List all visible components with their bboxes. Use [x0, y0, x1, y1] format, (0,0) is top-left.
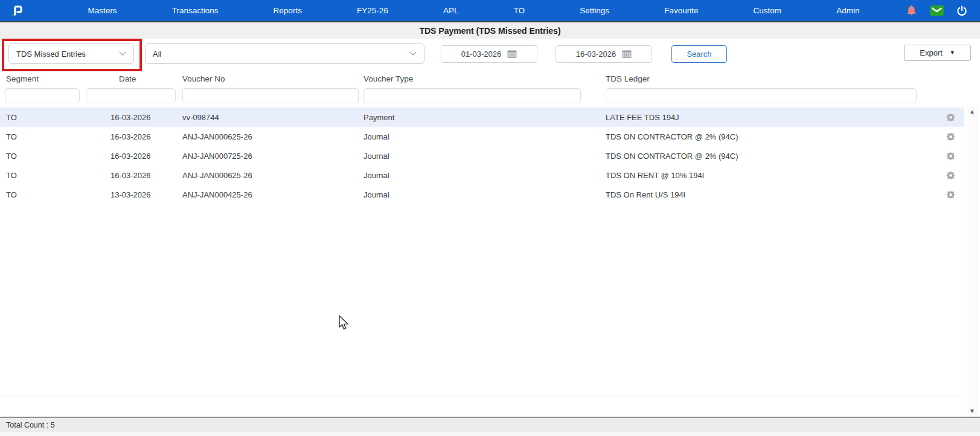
table-bottom-divider [0, 396, 964, 396]
nav-menu-item[interactable]: Admin [836, 6, 859, 15]
total-count-label: Total Count : 5 [6, 421, 55, 429]
tds-ledger-filter-input[interactable] [606, 88, 917, 103]
column-header-date: Date [119, 74, 136, 83]
date-to-field[interactable]: 16-03-2026 [556, 45, 652, 63]
scroll-down-arrow-icon[interactable]: ▼ [969, 406, 975, 417]
cell-voucher-no: ANJ-JAN000625-26 [181, 132, 362, 141]
cell-tds-ledger: TDS On Rent U/S 194I [604, 190, 937, 199]
chevron-down-icon [409, 49, 416, 56]
cell-date: 16-03-2026 [109, 132, 181, 141]
nav-menu-item[interactable]: Reports [274, 6, 302, 15]
cell-voucher-type: Journal [362, 152, 604, 161]
power-icon[interactable] [956, 5, 968, 17]
row-settings-gear-icon[interactable] [937, 132, 964, 141]
message-icon[interactable] [930, 5, 944, 16]
voucher-no-filter-input[interactable] [182, 88, 359, 103]
export-dropdown-triangle-icon: ▼ [950, 50, 955, 56]
table-filter-row [0, 87, 964, 107]
cell-date: 13-03-2026 [109, 190, 181, 199]
table-row[interactable]: TO 16-03-2026 ANJ-JAN000625-26 Journal T… [0, 165, 964, 185]
table-column-headers: Segment Date Voucher No Voucher Type TDS… [0, 72, 964, 87]
cell-voucher-no: ANJ-JAN000725-26 [181, 152, 362, 161]
nav-menu-item[interactable]: Custom [754, 6, 782, 15]
column-header-voucher-no: Voucher No [182, 74, 225, 83]
cell-date: 16-03-2026 [109, 152, 181, 161]
calendar-icon[interactable] [507, 50, 517, 58]
nav-menu: MastersTransactionsReportsFY25-26APLTOSe… [60, 6, 887, 15]
cell-tds-ledger: TDS ON CONTRACTOR @ 2% (94C) [604, 152, 937, 161]
category-dropdown[interactable]: All [145, 43, 424, 64]
row-settings-gear-icon[interactable] [937, 171, 964, 180]
voucher-type-filter-input[interactable] [363, 88, 581, 103]
report-type-dropdown[interactable]: TDS Missed Entries [8, 43, 134, 64]
column-header-segment: Segment [6, 74, 39, 83]
notification-bell-icon[interactable] [905, 4, 918, 17]
table-row[interactable]: TO 13-03-2026 ANJ-JAN000425-26 Journal T… [0, 185, 964, 204]
cell-segment: TO [0, 190, 109, 199]
row-settings-gear-icon[interactable] [937, 113, 964, 122]
nav-menu-item[interactable]: TO [514, 6, 525, 15]
cell-date: 16-03-2026 [109, 171, 181, 180]
cell-voucher-type: Journal [362, 171, 604, 180]
top-nav-bar: MastersTransactionsReportsFY25-26APLTOSe… [0, 0, 980, 22]
results-table: Segment Date Voucher No Voucher Type TDS… [0, 72, 964, 204]
nav-menu-item[interactable]: APL [443, 6, 459, 15]
cell-voucher-type: Payment [362, 113, 604, 122]
date-to-value: 16-03-2026 [576, 50, 617, 59]
export-button-label: Export [920, 48, 943, 57]
calendar-icon[interactable] [622, 50, 632, 58]
page-title: TDS Payment (TDS Missed Entries) [419, 26, 560, 36]
export-button[interactable]: Export ▼ [904, 45, 971, 61]
column-header-voucher-type: Voucher Type [363, 74, 413, 83]
segment-filter-input[interactable] [5, 88, 80, 103]
vertical-scrollbar[interactable]: ▲ ▼ [967, 106, 978, 417]
table-row[interactable]: TO 16-03-2026 vv-098744 Payment LATE FEE… [0, 107, 964, 127]
cell-voucher-no: vv-098744 [181, 113, 362, 122]
footer-bar: Total Count : 5 [0, 417, 980, 432]
cell-voucher-no: ANJ-JAN000425-26 [181, 190, 362, 199]
nav-menu-item[interactable]: Transactions [172, 6, 219, 15]
category-dropdown-value: All [153, 50, 161, 59]
cell-voucher-type: Journal [362, 132, 604, 141]
mouse-cursor-icon [338, 315, 350, 333]
table-rows: TO 16-03-2026 vv-098744 Payment LATE FEE… [0, 107, 964, 204]
nav-menu-item[interactable]: Settings [580, 6, 609, 15]
report-type-dropdown-value: TDS Missed Entries [16, 50, 86, 59]
scroll-up-arrow-icon[interactable]: ▲ [969, 106, 975, 117]
cell-tds-ledger: TDS ON RENT @ 10% 194I [604, 171, 937, 180]
nav-menu-item[interactable]: Favourite [664, 6, 698, 15]
table-row[interactable]: TO 16-03-2026 ANJ-JAN000625-26 Journal T… [0, 127, 964, 146]
column-header-tds-ledger: TDS Ledger [606, 74, 650, 83]
cell-date: 16-03-2026 [109, 113, 181, 122]
app-logo-icon[interactable] [8, 2, 27, 20]
page-title-bar: TDS Payment (TDS Missed Entries) [0, 22, 980, 39]
cell-segment: TO [0, 171, 109, 180]
cell-tds-ledger: LATE FEE TDS 194J [604, 113, 937, 122]
row-settings-gear-icon[interactable] [937, 190, 964, 199]
cell-segment: TO [0, 132, 109, 141]
cell-tds-ledger: TDS ON CONTRACTOR @ 2% (94C) [604, 132, 937, 141]
cell-voucher-type: Journal [362, 190, 604, 199]
nav-menu-item[interactable]: Masters [88, 6, 117, 15]
cell-segment: TO [0, 113, 109, 122]
date-from-value: 01-03-2026 [461, 50, 502, 59]
nav-menu-item[interactable]: FY25-26 [357, 6, 388, 15]
search-button[interactable]: Search [671, 45, 727, 63]
table-row[interactable]: TO 16-03-2026 ANJ-JAN000725-26 Journal T… [0, 146, 964, 165]
filter-bar: TDS Missed Entries All 01-03-2026 16-03-… [0, 39, 980, 72]
date-from-field[interactable]: 01-03-2026 [441, 45, 537, 63]
date-filter-input[interactable] [86, 88, 176, 103]
cell-voucher-no: ANJ-JAN000625-26 [181, 171, 362, 180]
row-settings-gear-icon[interactable] [937, 152, 964, 161]
cell-segment: TO [0, 152, 109, 161]
bottom-strip [0, 432, 980, 436]
chevron-down-icon [119, 49, 126, 56]
